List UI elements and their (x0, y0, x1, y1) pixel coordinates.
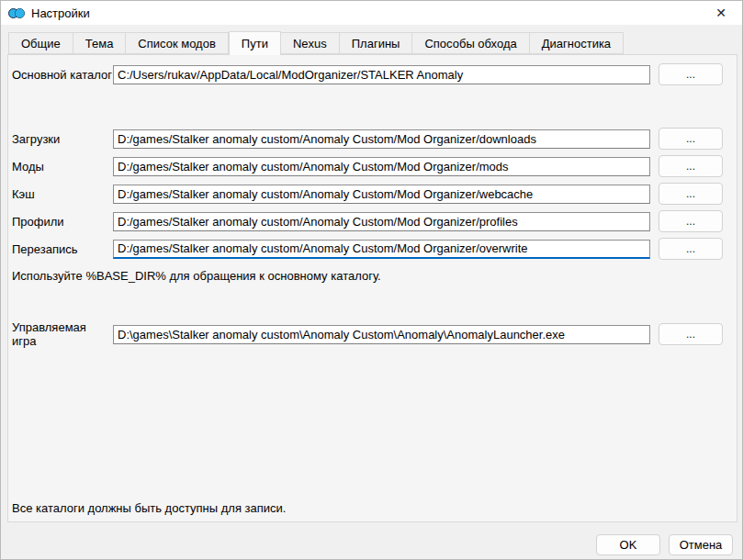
tab-plugins[interactable]: Плагины (340, 32, 413, 54)
base-directory-label: Основной каталог (12, 68, 113, 82)
managed-game-row: Управляемая игра ... (12, 323, 734, 345)
window-title: Настройки (31, 6, 90, 20)
overwrite-row: Перезапись ... (12, 238, 734, 260)
base-dir-hint: Используйте %BASE_DIR% для обращения к о… (12, 269, 381, 283)
cache-browse-button[interactable]: ... (659, 183, 723, 205)
cache-label: Кэш (12, 187, 113, 201)
settings-tab-bar: Общие Тема Список модов Пути Nexus Плаги… (8, 32, 624, 54)
cache-input[interactable] (113, 185, 650, 204)
mods-input[interactable] (113, 157, 650, 176)
managed-game-input[interactable] (113, 325, 650, 344)
downloads-row: Загрузки ... (12, 128, 734, 150)
tab-general[interactable]: Общие (8, 32, 73, 54)
base-directory-row: Основной каталог ... (12, 63, 734, 85)
titlebar: Настройки ✕ (1, 1, 742, 25)
settings-dialog: Настройки ✕ Общие Тема Список модов Пути… (0, 0, 743, 560)
tab-mod-list[interactable]: Список модов (126, 32, 228, 54)
downloads-label: Загрузки (12, 132, 113, 146)
overwrite-browse-button[interactable]: ... (659, 238, 723, 260)
close-icon[interactable]: ✕ (711, 4, 731, 22)
ok-button[interactable]: OK (596, 534, 660, 555)
overwrite-label: Перезапись (12, 242, 113, 256)
overwrite-input[interactable] (113, 240, 650, 259)
profiles-input[interactable] (113, 212, 650, 231)
downloads-input[interactable] (113, 129, 650, 149)
base-directory-browse-button[interactable]: ... (659, 63, 723, 85)
mod-organizer-icon (8, 7, 25, 19)
mods-label: Моды (12, 160, 113, 174)
mods-browse-button[interactable]: ... (659, 155, 723, 177)
cache-row: Кэш ... (12, 183, 734, 205)
managed-game-browse-button[interactable]: ... (659, 323, 723, 345)
tab-nexus[interactable]: Nexus (281, 32, 340, 54)
paths-tab-pane (7, 54, 737, 522)
writable-note: Все каталоги должны быть доступны для за… (12, 501, 286, 515)
tab-paths[interactable]: Пути (229, 31, 281, 55)
profiles-label: Профили (12, 215, 113, 229)
managed-game-label: Управляемая игра (12, 320, 113, 348)
downloads-browse-button[interactable]: ... (659, 128, 723, 150)
cancel-button[interactable]: Отмена (669, 534, 733, 555)
profiles-row: Профили ... (12, 210, 734, 232)
mods-row: Моды ... (12, 155, 734, 177)
tab-workarounds[interactable]: Способы обхода (412, 32, 529, 54)
tab-diagnostics[interactable]: Диагностика (530, 32, 624, 54)
tab-theme[interactable]: Тема (73, 32, 127, 54)
profiles-browse-button[interactable]: ... (659, 210, 723, 232)
base-directory-input[interactable] (113, 65, 650, 84)
